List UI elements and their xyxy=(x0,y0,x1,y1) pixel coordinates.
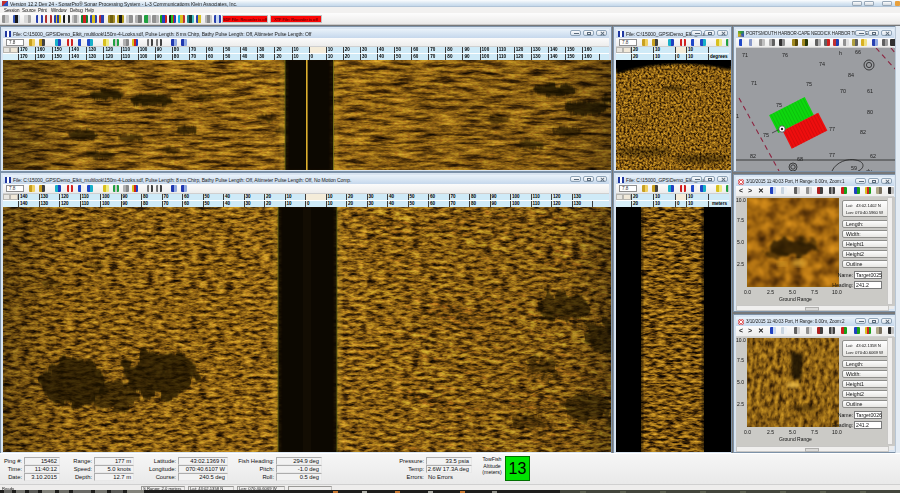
svg-text:71: 71 xyxy=(742,52,748,58)
svg-text:84: 84 xyxy=(848,72,854,78)
svg-text:71: 71 xyxy=(751,80,757,86)
svg-text:61: 61 xyxy=(867,88,873,94)
svg-text:h: h xyxy=(839,50,842,56)
svg-text:75: 75 xyxy=(806,81,812,87)
svg-text:62: 62 xyxy=(870,153,876,159)
svg-text:75: 75 xyxy=(763,132,769,138)
svg-text:77: 77 xyxy=(829,152,835,158)
svg-text:75: 75 xyxy=(776,102,782,108)
svg-text:66: 66 xyxy=(855,49,861,55)
svg-text:80: 80 xyxy=(867,109,873,115)
svg-text:68: 68 xyxy=(797,156,803,162)
svg-text:76: 76 xyxy=(782,52,788,58)
svg-text:1: 1 xyxy=(736,113,739,119)
svg-text:70: 70 xyxy=(840,88,846,94)
svg-text:77: 77 xyxy=(829,126,835,132)
svg-text:82: 82 xyxy=(750,153,756,159)
svg-text:82: 82 xyxy=(860,129,866,135)
svg-text:59: 59 xyxy=(851,165,857,171)
svg-text:74: 74 xyxy=(819,61,825,67)
svg-text:dy: dy xyxy=(866,168,872,172)
